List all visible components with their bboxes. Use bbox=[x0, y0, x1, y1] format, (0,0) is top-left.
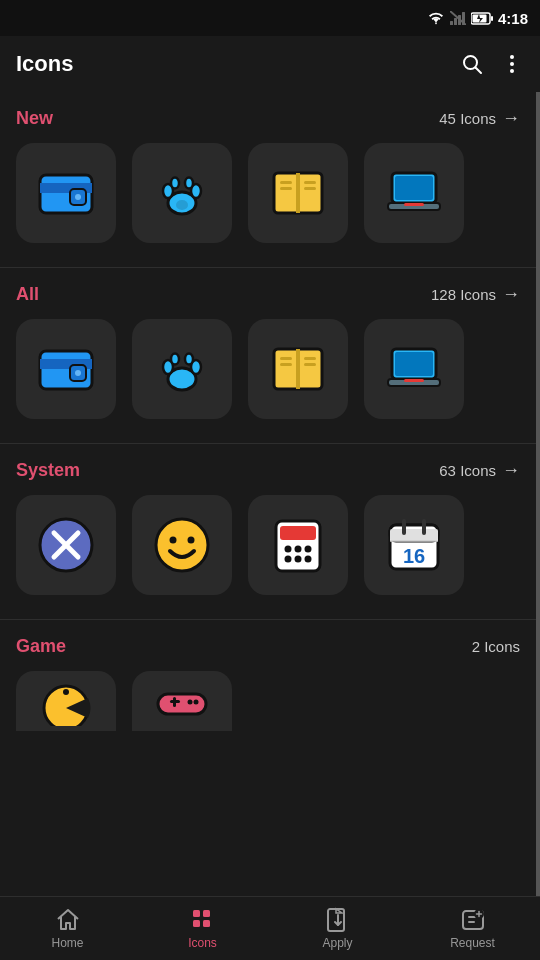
svg-rect-6 bbox=[491, 16, 493, 21]
nav-apply-label: Apply bbox=[322, 936, 352, 950]
section-game-header[interactable]: Game 2 Icons bbox=[16, 636, 520, 657]
svg-rect-51 bbox=[404, 379, 424, 382]
icon-book-all[interactable] bbox=[248, 319, 348, 419]
header-actions bbox=[460, 52, 524, 76]
section-all-meta[interactable]: 128 Icons → bbox=[431, 284, 520, 305]
svg-point-11 bbox=[510, 62, 514, 66]
icon-laptop-new[interactable] bbox=[364, 143, 464, 243]
section-game-meta[interactable]: 2 Icons bbox=[472, 638, 520, 655]
bottom-navigation: Home Icons Apply Request bbox=[0, 896, 540, 960]
section-system-meta[interactable]: 63 Icons → bbox=[439, 460, 520, 481]
nav-home-label: Home bbox=[51, 936, 83, 950]
more-options-button[interactable] bbox=[500, 52, 524, 76]
section-game: Game 2 Icons bbox=[0, 620, 536, 731]
section-system-count: 63 Icons bbox=[439, 462, 496, 479]
svg-rect-76 bbox=[158, 694, 206, 714]
svg-point-57 bbox=[188, 537, 195, 544]
svg-rect-1 bbox=[454, 18, 457, 25]
wifi-icon bbox=[427, 11, 445, 25]
search-button[interactable] bbox=[460, 52, 484, 76]
section-new-grid bbox=[16, 143, 520, 259]
section-all-header[interactable]: All 128 Icons → bbox=[16, 284, 520, 305]
svg-point-60 bbox=[285, 546, 292, 553]
svg-rect-27 bbox=[304, 181, 316, 184]
section-new: New 45 Icons → bbox=[0, 92, 536, 268]
section-all-title: All bbox=[16, 284, 39, 305]
svg-rect-59 bbox=[280, 526, 316, 540]
section-new-title: New bbox=[16, 108, 53, 129]
section-all-count: 128 Icons bbox=[431, 286, 496, 303]
section-game-title: Game bbox=[16, 636, 66, 657]
svg-rect-0 bbox=[450, 21, 453, 25]
svg-point-12 bbox=[510, 69, 514, 73]
time-display: 4:18 bbox=[498, 10, 528, 27]
home-icon bbox=[55, 907, 81, 933]
svg-point-65 bbox=[305, 556, 312, 563]
svg-rect-81 bbox=[193, 910, 200, 917]
main-scroll-area[interactable]: New 45 Icons → bbox=[0, 92, 540, 896]
section-system-header[interactable]: System 63 Icons → bbox=[16, 460, 520, 481]
nav-apply[interactable]: Apply bbox=[270, 907, 405, 950]
icon-game1[interactable] bbox=[16, 671, 116, 731]
svg-text:16: 16 bbox=[403, 545, 425, 567]
icon-laptop-all[interactable] bbox=[364, 319, 464, 419]
icon-calendar-system[interactable]: 16 bbox=[364, 495, 464, 595]
app-header: Icons bbox=[0, 36, 540, 92]
svg-point-61 bbox=[295, 546, 302, 553]
nav-home[interactable]: Home bbox=[0, 907, 135, 950]
apply-icon bbox=[325, 907, 351, 933]
svg-point-63 bbox=[285, 556, 292, 563]
svg-point-80 bbox=[194, 700, 199, 705]
icon-paw-new[interactable] bbox=[132, 143, 232, 243]
nav-request-label: Request bbox=[450, 936, 495, 950]
nav-request[interactable]: Request bbox=[405, 907, 540, 950]
icon-emoji-system[interactable] bbox=[132, 495, 232, 595]
icon-book-new[interactable] bbox=[248, 143, 348, 243]
svg-point-62 bbox=[305, 546, 312, 553]
svg-rect-84 bbox=[203, 920, 210, 927]
icon-calculator-system[interactable] bbox=[248, 495, 348, 595]
svg-point-55 bbox=[156, 519, 208, 571]
svg-rect-83 bbox=[193, 920, 200, 927]
section-new-count: 45 Icons bbox=[439, 110, 496, 127]
section-system-title: System bbox=[16, 460, 80, 481]
svg-rect-28 bbox=[304, 187, 316, 190]
battery-icon bbox=[471, 12, 493, 25]
icon-wallet-all[interactable] bbox=[16, 319, 116, 419]
request-icon bbox=[460, 907, 486, 933]
status-bar: 4:18 bbox=[0, 0, 540, 36]
svg-point-79 bbox=[188, 700, 193, 705]
svg-rect-78 bbox=[173, 697, 176, 707]
svg-rect-82 bbox=[203, 910, 210, 917]
svg-rect-25 bbox=[280, 181, 292, 184]
icon-game2[interactable] bbox=[132, 671, 232, 731]
svg-point-36 bbox=[75, 370, 81, 376]
svg-point-75 bbox=[63, 689, 69, 695]
section-game-count: 2 Icons bbox=[472, 638, 520, 655]
section-all-grid bbox=[16, 319, 520, 435]
svg-point-10 bbox=[510, 55, 514, 59]
svg-point-22 bbox=[176, 200, 188, 210]
section-new-header[interactable]: New 45 Icons → bbox=[16, 108, 520, 129]
section-system-grid: 16 bbox=[16, 495, 520, 611]
svg-point-16 bbox=[75, 194, 81, 200]
svg-rect-46 bbox=[304, 357, 316, 360]
icon-close-system[interactable] bbox=[16, 495, 116, 595]
svg-rect-32 bbox=[404, 203, 424, 206]
svg-rect-44 bbox=[280, 357, 292, 360]
section-system: System 63 Icons → bbox=[0, 444, 536, 620]
svg-rect-26 bbox=[280, 187, 292, 190]
svg-point-41 bbox=[185, 354, 193, 365]
svg-rect-24 bbox=[296, 173, 300, 213]
icon-wallet-new[interactable] bbox=[16, 143, 116, 243]
section-system-arrow: → bbox=[502, 460, 520, 481]
icons-nav-icon bbox=[190, 907, 216, 933]
svg-point-40 bbox=[171, 354, 179, 365]
signal-icon bbox=[450, 11, 466, 25]
nav-icons[interactable]: Icons bbox=[135, 907, 270, 950]
nav-icons-label: Icons bbox=[188, 936, 217, 950]
section-game-grid bbox=[16, 671, 520, 731]
svg-rect-47 bbox=[304, 363, 316, 366]
section-new-meta[interactable]: 45 Icons → bbox=[439, 108, 520, 129]
icon-paw-all[interactable] bbox=[132, 319, 232, 419]
